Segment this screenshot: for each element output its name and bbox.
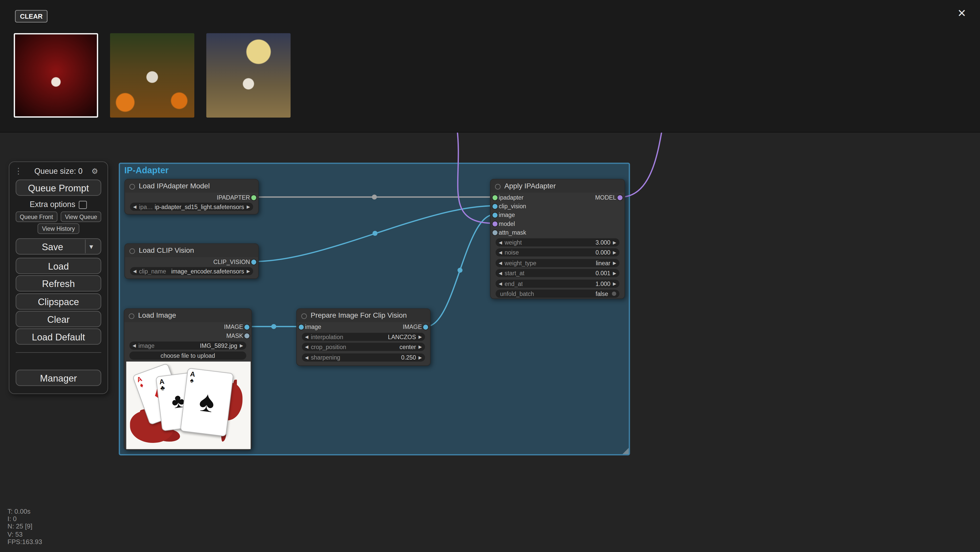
stat-fps: FPS:163.93 — [7, 538, 42, 546]
right-arrow-icon[interactable]: ▶ — [240, 341, 243, 349]
input-port-clip-vision[interactable] — [493, 204, 498, 209]
widget-crop-position[interactable]: ◀ crop_position center ▶ — [302, 343, 425, 351]
spade-icon: ♠ — [183, 382, 231, 421]
thumbnail-3[interactable] — [206, 33, 291, 118]
output-port-clip-vision[interactable] — [251, 260, 256, 265]
widget-noise[interactable]: ◀ noise 0.000 ▶ — [496, 248, 619, 257]
collapse-dot[interactable] — [129, 313, 134, 319]
left-arrow-icon[interactable]: ◀ — [305, 353, 308, 362]
load-button[interactable]: Load — [16, 258, 101, 274]
output-port-mask[interactable] — [244, 333, 250, 338]
image-preview: A♦ ♦ A♣ ♣ A♠ ♠ — [126, 362, 250, 449]
collapse-dot[interactable] — [129, 183, 135, 189]
thumbnail-2[interactable] — [110, 33, 194, 118]
stat-nodes: N: 25 [9] — [7, 523, 42, 530]
widget-unfold-batch[interactable]: unfold_batch false — [496, 290, 619, 298]
right-arrow-icon[interactable]: ▶ — [613, 248, 616, 257]
output-slot-mask: MASK — [124, 332, 251, 340]
group-title: IP-Adapter — [124, 165, 169, 175]
widget-weight-type[interactable]: ◀ weight_type linear ▶ — [496, 259, 619, 267]
output-port-image[interactable] — [244, 325, 250, 330]
widget-clip-name[interactable]: ◀ clip_name image_encoder.safetensors ▶ — [130, 267, 253, 275]
gallery-close-icon[interactable]: ✕ — [954, 7, 970, 19]
node-load-clip-vision[interactable]: Load CLIP Vision CLIP_VISION ◀ clip_name… — [124, 243, 259, 279]
comfy-menu: ⋮ Queue size: 0 ⚙ Queue Prompt Extra opt… — [9, 161, 108, 394]
left-arrow-icon[interactable]: ◀ — [305, 333, 308, 341]
collapse-dot[interactable] — [495, 183, 501, 189]
node-load-image[interactable]: Load Image IMAGE MASK ◀ image IMG_5892.j… — [124, 308, 252, 450]
left-arrow-icon[interactable]: ◀ — [305, 343, 308, 351]
queue-prompt-button[interactable]: Queue Prompt — [16, 179, 101, 196]
right-arrow-icon[interactable]: ▶ — [613, 238, 616, 247]
image-gallery-bar: CLEAR ✕ — [0, 0, 980, 132]
left-arrow-icon[interactable]: ◀ — [499, 269, 502, 277]
collapse-dot[interactable] — [129, 248, 135, 254]
right-arrow-icon[interactable]: ▶ — [418, 343, 422, 351]
load-default-button[interactable]: Load Default — [16, 329, 101, 345]
left-arrow-icon[interactable]: ◀ — [132, 341, 136, 349]
comfyui-app: IP-Adapter Load IPAdapter Model IPADAPTE… — [0, 0, 980, 552]
extra-options-checkbox[interactable] — [79, 200, 88, 209]
widget-sharpening[interactable]: ◀ sharpening 0.250 ▶ — [302, 353, 425, 362]
left-arrow-icon[interactable]: ◀ — [499, 279, 502, 288]
unfold-batch-toggle[interactable] — [612, 292, 616, 296]
left-arrow-icon[interactable]: ◀ — [133, 267, 136, 275]
group-resize-handle[interactable] — [622, 448, 628, 454]
right-arrow-icon[interactable]: ▶ — [247, 203, 250, 211]
right-arrow-icon[interactable]: ▶ — [613, 259, 616, 267]
right-arrow-icon[interactable]: ▶ — [418, 333, 422, 341]
input-port-model[interactable] — [493, 221, 498, 227]
widget-start-at[interactable]: ◀ start_at 0.001 ▶ — [496, 269, 619, 277]
output-slot-image: IMAGE — [124, 323, 251, 332]
view-history-button[interactable]: View History — [38, 223, 79, 234]
node-title-text: Load Image — [138, 311, 176, 319]
node-title-bar: Load Image — [124, 309, 251, 322]
settings-gear-icon[interactable]: ⚙ — [88, 166, 102, 176]
history-row: View History — [10, 223, 108, 234]
widget-image-file[interactable]: ◀ image IMG_5892.jpg ▶ — [129, 341, 247, 349]
queue-front-button[interactable]: Queue Front — [15, 211, 57, 222]
collapse-dot[interactable] — [301, 313, 307, 319]
output-slot-model: MODEL — [490, 193, 624, 202]
node-apply-ipadapter[interactable]: Apply IPAdapter ipadapter clip_vision im… — [490, 179, 625, 299]
clear-button[interactable]: Clear — [16, 311, 101, 327]
widget-end-at[interactable]: ◀ end_at 1.000 ▶ — [496, 279, 619, 288]
output-slot-clip-vision: CLIP_VISION — [125, 258, 258, 266]
left-arrow-icon[interactable]: ◀ — [133, 203, 136, 211]
clipspace-button[interactable]: Clipspace — [16, 294, 101, 310]
right-arrow-icon[interactable]: ▶ — [613, 269, 616, 277]
node-prepare-image-for-clip-vision[interactable]: Prepare Image For Clip Vision image IMAG… — [296, 308, 431, 366]
stat-iterations: I: 0 — [7, 515, 42, 523]
input-slot-model: model — [490, 220, 624, 228]
input-port-attn-mask[interactable] — [493, 230, 498, 235]
choose-file-button[interactable]: choose file to upload — [129, 352, 247, 360]
save-button[interactable]: Save ▼ — [16, 238, 101, 255]
left-arrow-icon[interactable]: ◀ — [499, 248, 502, 257]
right-arrow-icon[interactable]: ▶ — [613, 279, 616, 288]
right-arrow-icon[interactable]: ▶ — [418, 353, 422, 362]
extra-options-label: Extra options — [30, 200, 75, 209]
input-slot-image: image — [490, 211, 624, 220]
left-arrow-icon[interactable]: ◀ — [499, 259, 502, 267]
gallery-clear-button[interactable]: CLEAR — [15, 10, 48, 22]
left-arrow-icon[interactable]: ◀ — [499, 238, 502, 247]
node-title-bar: Prepare Image For Clip Vision — [297, 309, 430, 322]
refresh-button[interactable]: Refresh — [16, 275, 101, 292]
input-port-image[interactable] — [493, 213, 498, 218]
widget-interpolation[interactable]: ◀ interpolation LANCZOS ▶ — [302, 333, 425, 341]
widget-weight[interactable]: ◀ weight 3.000 ▶ — [496, 238, 619, 247]
node-load-ipadapter-model[interactable]: Load IPAdapter Model IPADAPTER ◀ ipadapt… — [124, 179, 259, 215]
view-queue-button[interactable]: View Queue — [60, 211, 102, 222]
thumbnail-1-selected[interactable] — [14, 33, 98, 118]
manager-button[interactable]: Manager — [16, 370, 101, 386]
output-port-image[interactable] — [423, 325, 428, 330]
save-dropdown-icon[interactable]: ▼ — [86, 243, 97, 250]
playing-card-ace-spades: A♠ ♠ — [180, 368, 234, 437]
node-title-text: Load IPAdapter Model — [138, 182, 210, 189]
output-port-model[interactable] — [617, 195, 622, 200]
widget-ipadapter-file[interactable]: ◀ ipadapter_file ip-adapter_sd15_light.s… — [130, 203, 253, 211]
right-arrow-icon[interactable]: ▶ — [247, 267, 250, 275]
output-port-ipadapter[interactable] — [251, 195, 256, 200]
menu-divider — [16, 352, 101, 353]
stat-vars: V: 53 — [7, 530, 42, 538]
